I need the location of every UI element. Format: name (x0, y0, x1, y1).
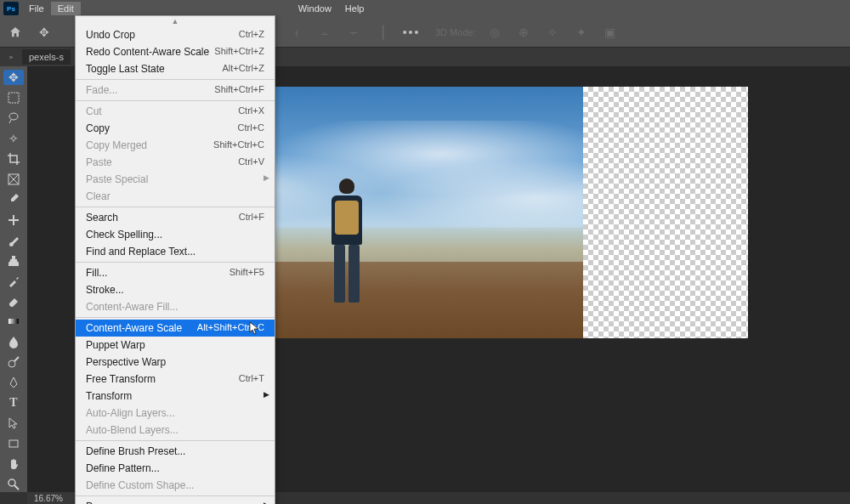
menu-item-define-brush-preset[interactable]: Define Brush Preset... (76, 443, 275, 460)
zoom-tool-icon[interactable] (3, 477, 24, 492)
menu-item-undo-crop[interactable]: Undo CropCtrl+Z (76, 26, 275, 43)
hand-tool-icon[interactable] (3, 456, 24, 472)
menu-item-label: Free Transform (86, 373, 156, 385)
menu-item-toggle-last-state[interactable]: Toggle Last StateAlt+Ctrl+Z (76, 60, 275, 77)
menu-item-free-transform[interactable]: Free TransformCtrl+T (76, 371, 275, 388)
blur-tool-icon[interactable] (3, 334, 24, 349)
path-selection-tool-icon[interactable] (3, 416, 24, 431)
cursor-icon (249, 321, 259, 335)
menu-item-label: Content-Aware Fill... (86, 301, 178, 313)
scale-3d-icon[interactable]: ✧ (542, 22, 563, 42)
menu-item-label: Find and Replace Text... (86, 246, 196, 258)
menu-item-shortcut: Ctrl+T (239, 373, 264, 385)
tools-panel: ✥ ✧ T (0, 66, 27, 492)
orbit-icon[interactable]: ◎ (484, 22, 505, 42)
menu-item-label: Paste Special (86, 173, 148, 185)
align-center-h-icon[interactable]: ⫠ (314, 22, 335, 42)
zoom-level[interactable]: 16.67% (34, 494, 63, 503)
menu-item-search[interactable]: SearchCtrl+F (76, 209, 275, 226)
healing-brush-tool-icon[interactable] (3, 212, 24, 228)
menu-item-label: Puppet Warp (86, 339, 145, 351)
align-right-icon[interactable]: ⫟ (343, 22, 364, 42)
menu-item-label: Fade... (86, 84, 117, 96)
frame-tool-icon[interactable] (3, 172, 24, 187)
menu-item-label: Transform (86, 390, 132, 402)
menu-item-auto-align-layers: Auto-Align Layers... (76, 405, 275, 422)
menu-item-content-aware-scale[interactable]: Content-Aware ScaleAlt+Shift+Ctrl+C (76, 320, 275, 337)
lasso-tool-icon[interactable] (3, 110, 24, 126)
clone-stamp-tool-icon[interactable] (3, 253, 24, 269)
menu-separator (76, 262, 275, 263)
move-tool-icon[interactable]: ✥ (3, 70, 24, 85)
menu-item-label: Content-Aware Scale (86, 322, 182, 334)
menu-help[interactable]: Help (338, 2, 371, 15)
menu-item-label: Auto-Blend Layers... (86, 424, 178, 436)
menu-item-label: Copy Merged (86, 139, 147, 151)
dodge-tool-icon[interactable] (3, 354, 24, 370)
menu-item-content-aware-fill: Content-Aware Fill... (76, 298, 275, 315)
light-icon[interactable]: ✦ (571, 22, 592, 42)
eraser-tool-icon[interactable] (3, 293, 24, 309)
svg-line-8 (14, 357, 19, 361)
menu-item-puppet-warp[interactable]: Puppet Warp (76, 337, 275, 354)
svg-point-7 (8, 360, 15, 367)
menu-separator (76, 317, 275, 318)
svg-point-10 (8, 479, 15, 486)
menu-item-clear: Clear (76, 188, 275, 205)
svg-rect-6 (8, 319, 19, 324)
rectangle-tool-icon[interactable] (3, 436, 24, 451)
type-tool-icon[interactable]: T (3, 395, 24, 411)
menu-item-transform[interactable]: Transform▶ (76, 388, 275, 405)
menu-item-auto-blend-layers: Auto-Blend Layers... (76, 422, 275, 439)
menu-item-label: Toggle Last State (86, 63, 165, 75)
menu-item-shortcut: Alt+Ctrl+Z (222, 63, 264, 75)
brush-tool-icon[interactable] (3, 233, 24, 248)
crop-tool-icon[interactable] (3, 151, 24, 167)
menu-item-label: Stroke... (86, 284, 124, 296)
magic-wand-tool-icon[interactable]: ✧ (3, 131, 24, 146)
more-options-icon[interactable]: ••• (401, 22, 422, 42)
tab-chevron-icon[interactable]: » (5, 51, 17, 63)
document-tab[interactable]: pexels-s (22, 49, 71, 65)
menu-file[interactable]: File (22, 2, 51, 15)
menu-item-find-and-replace-text[interactable]: Find and Replace Text... (76, 243, 275, 260)
app-icon: Ps (3, 2, 19, 15)
edit-menu-dropdown: ▲ Undo CropCtrl+ZRedo Content-Aware Scal… (75, 15, 275, 504)
menu-item-copy[interactable]: CopyCtrl+C (76, 120, 275, 137)
pen-tool-icon[interactable] (3, 375, 24, 390)
menu-item-shortcut: Ctrl+V (238, 156, 264, 168)
move-tool-icon[interactable]: ✥ (34, 22, 54, 42)
menu-item-shortcut: Ctrl+Z (239, 29, 264, 41)
menu-item-perspective-warp[interactable]: Perspective Warp (76, 354, 275, 371)
menu-scroll-up-icon[interactable]: ▲ (76, 16, 275, 26)
camera-3d-icon[interactable]: ▣ (600, 22, 620, 42)
eyedropper-tool-icon[interactable] (3, 192, 24, 207)
menu-item-fill[interactable]: Fill...Shift+F5 (76, 264, 275, 281)
align-left-icon[interactable]: ⫞ (286, 22, 306, 42)
menu-item-stroke[interactable]: Stroke... (76, 281, 275, 298)
history-brush-tool-icon[interactable] (3, 274, 24, 289)
menu-item-label: Paste (86, 156, 112, 168)
submenu-arrow-icon: ▶ (264, 501, 269, 504)
menu-item-shortcut: Shift+Ctrl+F (214, 84, 264, 96)
menu-item-redo-content-aware-scale[interactable]: Redo Content-Aware ScaleShift+Ctrl+Z (76, 43, 275, 60)
menu-item-label: Copy (86, 122, 110, 134)
marquee-tool-icon[interactable] (3, 90, 24, 105)
svg-rect-0 (8, 93, 19, 103)
align-sep-icon: ⎮ (372, 22, 393, 42)
gradient-tool-icon[interactable] (3, 314, 24, 329)
home-icon[interactable] (5, 22, 26, 42)
menu-item-purge[interactable]: Purge▶ (76, 498, 275, 504)
menu-item-define-pattern[interactable]: Define Pattern... (76, 460, 275, 477)
menu-separator (76, 100, 275, 101)
transparent-area (583, 87, 748, 338)
menu-item-paste-special: Paste Special▶ (76, 171, 275, 188)
menu-item-cut: CutCtrl+X (76, 103, 275, 120)
menu-edit[interactable]: Edit (51, 2, 81, 15)
pan-icon[interactable]: ⊕ (513, 22, 534, 42)
svg-line-11 (14, 485, 19, 490)
menu-item-label: Define Pattern... (86, 462, 160, 474)
menu-window[interactable]: Window (292, 2, 338, 15)
menu-item-check-spelling[interactable]: Check Spelling... (76, 226, 275, 243)
menu-item-label: Clear (86, 190, 110, 202)
